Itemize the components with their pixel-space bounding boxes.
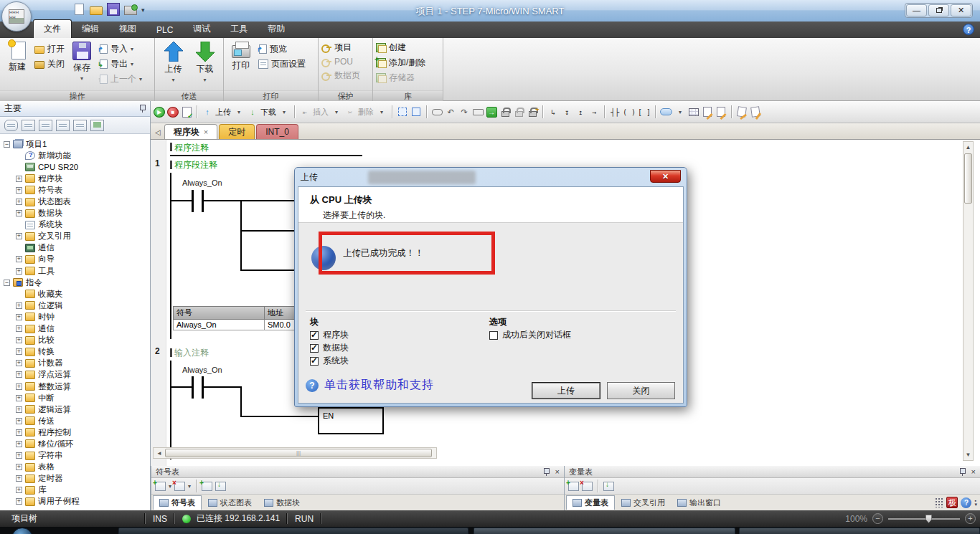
upload-dropdown-icon[interactable]: ▾ — [171, 77, 174, 83]
tree-item-clock[interactable]: +时钟 — [1, 311, 150, 323]
insert-icon[interactable]: ⇤ — [299, 105, 311, 118]
upload-toolbar-label[interactable]: 上传 — [215, 105, 231, 118]
checkbox[interactable] — [489, 331, 498, 340]
tree-item-interrupt[interactable]: +中断 — [1, 392, 150, 404]
delete-icon[interactable]: ✂ — [344, 105, 356, 118]
tree-item-library[interactable]: +库 — [1, 485, 150, 496]
bookmark-icon[interactable] — [737, 106, 747, 118]
menu-edit[interactable]: 编辑 — [72, 20, 109, 38]
tree-item-program-control[interactable]: +程序控制 — [1, 426, 150, 438]
expand-icon[interactable]: + — [16, 176, 22, 182]
tree-item-counter[interactable]: +计数器 — [1, 358, 150, 369]
expand-icon[interactable]: ▾ — [974, 502, 977, 506]
tree-item-float-math[interactable]: +浮点运算 — [1, 369, 150, 381]
tab-cross-reference[interactable]: 交叉引用 — [616, 495, 671, 510]
tree-item-cpu-sr20[interactable]: CPU SR20 — [1, 161, 150, 173]
scrollbar-thumb[interactable] — [165, 449, 432, 457]
taskbar-window-button[interactable] — [473, 528, 735, 534]
contact-operand[interactable]: Always_On — [182, 178, 222, 187]
new-button[interactable]: 新建 — [3, 40, 32, 90]
insert-dropdown-icon[interactable]: ▾ — [331, 105, 342, 118]
expand-icon[interactable]: + — [16, 383, 22, 390]
data-block-checkbox-row[interactable]: 数据块 — [310, 342, 349, 354]
expand-icon[interactable]: + — [16, 314, 22, 320]
branch-up-icon[interactable]: ↥ — [575, 105, 586, 118]
contact-icon[interactable]: ┤├ — [609, 105, 621, 118]
upload-button[interactable]: 上传 — [532, 382, 600, 399]
delete-symbol-table-icon[interactable] — [174, 482, 185, 491]
tree-item-move[interactable]: +传送 — [1, 415, 150, 426]
protect-data-page-button[interactable]: 数据页 — [321, 70, 360, 82]
expand-icon[interactable]: + — [16, 395, 22, 401]
tree-item-timer[interactable]: +定时器 — [1, 473, 150, 485]
tree-item-table[interactable]: +表格 — [1, 462, 150, 473]
program-comment[interactable]: 程序注释 — [174, 142, 209, 154]
menu-help[interactable]: 帮助 — [258, 20, 295, 38]
expand-icon[interactable]: + — [16, 268, 22, 275]
start-orb[interactable] — [11, 528, 33, 534]
symbol-table-toolbar-icon[interactable] — [689, 108, 699, 116]
upload-button[interactable]: 上传▾ — [159, 40, 188, 90]
taskbar-window-button[interactable] — [118, 528, 468, 534]
scroll-left-icon[interactable]: ◄ — [154, 448, 165, 458]
protect-pou-button[interactable]: POU — [321, 57, 360, 67]
library-add-remove-button[interactable]: 添加/删除 — [376, 57, 425, 69]
menu-view[interactable]: 视图 — [109, 20, 146, 38]
scrollbar-thumb[interactable] — [964, 153, 972, 204]
horizontal-scrollbar[interactable]: ◄ — [153, 447, 437, 459]
box-icon[interactable]: [ ] — [638, 105, 651, 118]
line-right-icon[interactable]: → — [588, 105, 600, 118]
network2-comment[interactable]: 输入注释 — [174, 347, 209, 359]
checkbox[interactable] — [310, 344, 319, 353]
scroll-down-icon[interactable]: ▼ — [963, 449, 973, 460]
contact-operand[interactable]: Always_On — [182, 366, 222, 374]
close-on-success-checkbox-row[interactable]: 成功后关闭对话框 — [489, 329, 571, 341]
import-icon[interactable] — [215, 482, 226, 491]
import-button[interactable]: 导入▾ — [99, 43, 142, 55]
contact-bar[interactable] — [192, 190, 194, 212]
menu-tools[interactable]: 工具 — [220, 20, 258, 38]
collapse-icon[interactable]: − — [4, 141, 10, 148]
preview-button[interactable]: 预览 — [258, 43, 306, 55]
close-panel-icon[interactable]: × — [555, 467, 560, 476]
tree-item-project1[interactable]: −项目1 — [1, 138, 150, 150]
snapshot-icon[interactable] — [473, 109, 484, 115]
upload-dropdown-icon[interactable]: ▾ — [233, 105, 245, 118]
status-chart-icon[interactable] — [22, 120, 35, 131]
tab-output-window[interactable]: 输出窗口 — [672, 495, 727, 510]
lock-icon[interactable] — [501, 111, 509, 117]
zoom-in-button[interactable]: + — [965, 513, 976, 524]
tree-item-instructions[interactable]: −指令 — [1, 277, 150, 288]
expand-icon[interactable]: + — [16, 418, 22, 424]
dropdown-icon[interactable]: ▾ — [169, 483, 171, 490]
toggle-dropdown-icon[interactable]: ▾ — [674, 105, 686, 118]
menu-plc[interactable]: PLC — [146, 22, 183, 38]
expand-icon[interactable]: + — [16, 199, 22, 205]
tree-item-communication-instr[interactable]: +通信 — [1, 323, 150, 335]
expand-icon[interactable]: + — [16, 429, 22, 436]
tab-scroll-left-icon[interactable]: ◁ — [151, 128, 164, 139]
expand-icon[interactable]: + — [16, 487, 22, 493]
branch-merge-icon[interactable]: ↧ — [561, 105, 573, 118]
save-button[interactable]: 保存▾ — [67, 40, 96, 90]
tab-int0[interactable]: INT_0 — [256, 124, 298, 139]
minimize-button[interactable]: — — [906, 4, 927, 16]
close-button[interactable]: 关闭 — [607, 382, 675, 399]
help-link-row[interactable]: ? 单击获取帮助和支持 — [306, 378, 434, 393]
tab-data-block[interactable]: 数据块 — [258, 495, 306, 510]
project-tree-label[interactable]: 项目树 — [11, 512, 37, 525]
help-icon[interactable]: ? — [961, 497, 971, 508]
edit-addresses-icon[interactable] — [717, 107, 725, 117]
tree-item-integer-math[interactable]: +整数运算 — [1, 381, 150, 392]
tree-item-convert[interactable]: +转换 — [1, 346, 150, 358]
expand-icon[interactable]: + — [16, 360, 22, 366]
checkbox[interactable] — [310, 331, 319, 340]
coil-icon[interactable]: ( ) — [623, 105, 636, 118]
lock-add-icon[interactable] — [529, 111, 537, 117]
download-button[interactable]: 下载▾ — [191, 40, 220, 90]
dialog-close-button[interactable]: ✕ — [650, 170, 681, 183]
vertical-scrollbar[interactable]: ▲ ▼ — [963, 141, 974, 461]
delete-label[interactable]: 删除 — [358, 105, 374, 118]
library-create-button[interactable]: 创建 — [376, 42, 425, 54]
shape-icon[interactable] — [432, 109, 443, 115]
